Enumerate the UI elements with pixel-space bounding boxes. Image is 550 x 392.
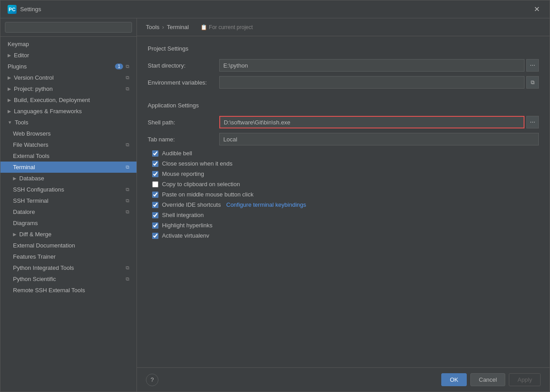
copy-icon[interactable]: ⧉ [126, 86, 129, 92]
search-input[interactable] [5, 22, 132, 33]
copy-icon[interactable]: ⧉ [126, 64, 129, 69]
override-ide-checkbox[interactable] [152, 202, 158, 208]
chevron-down-icon: ▼ [8, 120, 12, 125]
sidebar-item-features-trainer[interactable]: Features Trainer [0, 251, 136, 262]
start-directory-row: Start directory: ⋯ [148, 59, 539, 72]
audible-bell-checkbox[interactable] [152, 150, 158, 157]
highlight-hyperlinks-row: Highlight hyperlinks [152, 222, 539, 229]
sidebar-item-python-integrated-tools[interactable]: Python Integrated Tools ⧉ [0, 262, 136, 273]
copy-icon[interactable]: ⧉ [126, 276, 129, 282]
sidebar-item-web-browsers[interactable]: Web Browsers [0, 128, 136, 139]
sidebar-item-external-tools[interactable]: External Tools [0, 150, 136, 162]
env-variables-row: Environment variables: ⧉ [148, 76, 539, 89]
copy-icon[interactable]: ⧉ [126, 142, 129, 148]
sidebar-item-diagrams[interactable]: Diagrams [0, 217, 136, 229]
override-ide-row: Override IDE shortcuts Configure termina… [152, 201, 539, 208]
chevron-icon: ▶ [8, 75, 11, 80]
sidebar-item-editor[interactable]: ▶ Editor [0, 50, 136, 61]
breadcrumb-separator: › [162, 24, 164, 30]
dialog-title: Settings [20, 6, 41, 13]
copy-clipboard-checkbox[interactable] [152, 181, 158, 187]
sidebar-item-diff-merge[interactable]: ▶ Diff & Merge [0, 229, 136, 240]
shell-path-input-wrap: ⋯ [219, 116, 539, 128]
sidebar-item-file-watchers[interactable]: File Watchers ⧉ [0, 139, 136, 150]
env-variables-label: Environment variables: [148, 79, 219, 86]
content-area: Keymap ▶ Editor Plugins 1 ⧉ ▶ Version Co… [0, 18, 550, 392]
activate-virtualenv-checkbox[interactable] [152, 233, 158, 239]
sidebar-item-ssh-configurations[interactable]: SSH Configurations ⧉ [0, 184, 136, 195]
sidebar: Keymap ▶ Editor Plugins 1 ⧉ ▶ Version Co… [0, 18, 137, 392]
configure-keybindings-link[interactable]: Configure terminal keybindings [226, 201, 306, 208]
shell-integration-row: Shell integration [152, 212, 539, 218]
shell-integration-checkbox[interactable] [152, 212, 158, 218]
chevron-icon: ▶ [13, 232, 17, 237]
sidebar-item-external-documentation[interactable]: External Documentation [0, 240, 136, 251]
shell-path-browse-button[interactable]: ⋯ [526, 116, 539, 128]
chevron-icon: ▶ [8, 86, 11, 91]
close-session-label: Close session when it ends [162, 160, 233, 167]
sidebar-item-project-python[interactable]: ▶ Project: python ⧉ [0, 83, 136, 94]
paste-middle-row: Paste on middle mouse button click [152, 191, 539, 198]
chevron-icon: ▶ [8, 98, 11, 102]
application-settings-title: Application Settings [148, 102, 539, 109]
sidebar-item-python-scientific[interactable]: Python Scientific ⧉ [0, 273, 136, 285]
start-directory-label: Start directory: [148, 62, 219, 69]
tab-name-input-wrap [219, 133, 539, 145]
paste-middle-checkbox[interactable] [152, 192, 158, 198]
shell-integration-label: Shell integration [162, 212, 204, 218]
sidebar-item-database[interactable]: ▶ Database [0, 173, 136, 184]
sidebar-item-build-exec[interactable]: ▶ Build, Execution, Deployment [0, 94, 136, 106]
sidebar-item-remote-ssh-external-tools[interactable]: Remote SSH External Tools [0, 285, 136, 296]
main-panel: Tools › Terminal 📋 For current project P… [137, 18, 550, 392]
copy-icon[interactable]: ⧉ [126, 198, 129, 204]
copy-icon[interactable]: ⧉ [126, 265, 129, 271]
mouse-reporting-row: Mouse reporting [152, 170, 539, 177]
copy-icon[interactable]: ⧉ [126, 209, 129, 215]
start-directory-browse-button[interactable]: ⋯ [526, 59, 539, 72]
sidebar-item-plugins[interactable]: Plugins 1 ⧉ [0, 61, 136, 72]
chevron-icon: ▶ [13, 176, 17, 181]
chevron-icon: ▶ [8, 109, 11, 114]
env-variables-input-wrap: ⧉ [219, 76, 539, 89]
breadcrumb-parent: Tools [146, 24, 159, 30]
close-session-checkbox[interactable] [152, 161, 158, 167]
sidebar-item-datalore[interactable]: Datalore ⧉ [0, 206, 136, 217]
app-icon: PC [8, 5, 17, 14]
tab-name-input[interactable] [219, 133, 539, 145]
env-variables-edit-button[interactable]: ⧉ [526, 76, 539, 89]
shell-path-input[interactable] [219, 116, 524, 128]
project-icon: 📋 [200, 24, 207, 30]
sidebar-item-keymap[interactable]: Keymap [0, 38, 136, 50]
override-ide-label: Override IDE shortcuts [162, 201, 221, 208]
start-directory-input-wrap: ⋯ [219, 59, 539, 72]
sidebar-item-ssh-terminal[interactable]: SSH Terminal ⧉ [0, 195, 136, 206]
chevron-icon: ▶ [8, 53, 11, 58]
shell-path-label: Shell path: [148, 119, 219, 126]
sidebar-item-terminal[interactable]: Terminal ⧉ [0, 162, 136, 173]
sidebar-list: Keymap ▶ Editor Plugins 1 ⧉ ▶ Version Co… [0, 37, 136, 392]
sidebar-item-version-control[interactable]: ▶ Version Control ⧉ [0, 72, 136, 83]
plugins-badge: 1 [115, 64, 123, 69]
copy-icon[interactable]: ⧉ [126, 164, 129, 170]
paste-middle-label: Paste on middle mouse button click [162, 191, 254, 198]
ok-button[interactable]: OK [441, 373, 467, 386]
apply-button[interactable]: Apply [509, 373, 541, 386]
close-button[interactable]: ✕ [531, 4, 542, 14]
help-button[interactable]: ? [146, 374, 158, 386]
search-box [0, 18, 136, 37]
env-variables-input[interactable] [219, 76, 524, 89]
start-directory-input[interactable] [219, 59, 524, 72]
sidebar-item-tools[interactable]: ▼ Tools [0, 117, 136, 128]
tab-name-row: Tab name: [148, 133, 539, 145]
mouse-reporting-checkbox[interactable] [152, 171, 158, 177]
dialog-footer: ? OK Cancel Apply [137, 367, 550, 392]
copy-icon[interactable]: ⧉ [126, 187, 129, 192]
highlight-hyperlinks-label: Highlight hyperlinks [162, 222, 213, 229]
cancel-button[interactable]: Cancel [470, 373, 505, 386]
copy-icon[interactable]: ⧉ [126, 75, 129, 81]
settings-dialog: PC Settings ✕ Keymap ▶ Editor Plugins [0, 0, 550, 392]
sidebar-item-languages[interactable]: ▶ Languages & Frameworks [0, 106, 136, 117]
activate-virtualenv-row: Activate virtualenv [152, 232, 539, 239]
section-divider [148, 93, 539, 102]
highlight-hyperlinks-checkbox[interactable] [152, 222, 158, 229]
